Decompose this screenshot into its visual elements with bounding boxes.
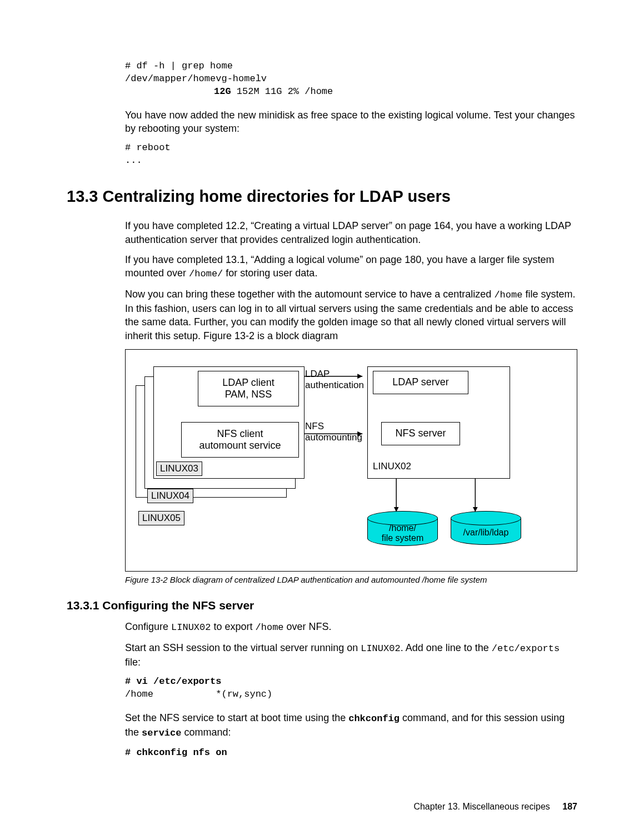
edge-label-nfs: NFS automounting [305,421,362,443]
code-block-df: # df -h | grep home /dev/mapper/homevg-h… [125,60,577,98]
inline-code: /home [494,290,522,300]
paragraph: If you have completed 13.1, “Adding a lo… [125,253,577,281]
label: file system [382,533,424,543]
figure-caption: Figure 13-2 Block diagram of centralized… [125,575,577,584]
code-block-exports: # vi /etc/exports /home *(rw,sync) [125,676,577,701]
text: Now you can bring these together with th… [125,289,494,300]
label: PAM, NSS [198,389,298,400]
text: Configure [125,621,171,632]
figure-diagram: LDAP client PAM, NSS NFS client automoun… [125,349,577,572]
ldap-server-box: LDAP server [373,371,468,394]
host-label-linux02: LINUX02 [373,461,411,472]
code-line: 12G 152M 11G 2% /home [125,86,577,98]
label: LDAP server [373,376,468,388]
inline-code: /home [256,622,284,633]
paragraph: Start an SSH session to the virtual serv… [125,641,577,669]
code-bold: 12G [214,86,231,97]
text: Start an SSH session to the virtual serv… [125,642,361,653]
code-line: # reboot [125,142,577,155]
label: automount service [182,440,298,451]
label: NFS client [182,428,298,440]
text: for storing user data. [223,267,317,279]
ldap-client-box: LDAP client PAM, NSS [198,371,299,406]
label: automounting [305,432,362,443]
inline-code: LINUX02 [361,643,400,654]
paragraph: Configure LINUX02 to export /home over N… [125,620,577,634]
label: NFS [305,421,362,432]
code-line: /dev/mapper/homevg-homelv [125,73,577,86]
page: # df -h | grep home /dev/mapper/homevg-h… [0,0,644,834]
host-label-linux04: LINUX04 [147,489,193,503]
paragraph: You have now added the new minidisk as f… [125,108,577,136]
text: over NFS. [284,621,332,632]
inline-code: /etc/exports [492,643,560,654]
page-footer: Chapter 13. Miscellaneous recipes 187 [413,802,577,812]
code-block-reboot: # reboot ... [125,142,577,167]
code-line: /home *(rw,sync) [125,688,577,701]
text: Set the NFS service to start at boot tim… [125,712,348,723]
chapter-label: Chapter 13. Miscellaneous recipes [413,802,550,811]
text: command: [181,727,231,738]
paragraph: Now you can bring these together with th… [125,287,577,342]
page-number: 187 [562,802,577,811]
edge-label-ldap: LDAP authentication [305,369,364,391]
label: authentication [305,380,364,391]
text: to export [211,621,255,632]
cylinder-ldap: /var/lib/ldap [451,511,520,545]
code-line: # df -h | grep home [125,60,577,73]
text: file: [125,657,141,668]
paragraph: Set the NFS service to start at boot tim… [125,711,577,740]
code-line: ... [125,155,577,167]
label: NFS server [382,428,460,439]
text: . Add one line to the [401,642,492,653]
cylinder-home: /home/ file system [367,511,437,546]
label: /var/lib/ldap [463,528,509,538]
inline-code: LINUX02 [171,622,211,633]
code-rest: 152M 11G 2% /home [231,86,333,97]
label: LDAP [305,369,364,380]
nfs-server-box: NFS server [381,422,460,445]
nfs-client-box: NFS client automount service [181,422,299,458]
code-block-chkconfig: # chkconfig nfs on [125,747,577,759]
section-heading: 13.3 Centralizing home directories for L… [67,187,577,206]
cylinder-top [367,511,438,525]
subsection-heading: 13.3.1 Configuring the NFS server [67,599,577,612]
inline-code: chkconfig [348,713,400,724]
inline-code: service [142,728,181,738]
code-line: # vi /etc/exports [125,676,577,688]
host-label-linux03: LINUX03 [156,461,202,476]
label: LDAP client [198,377,298,389]
inline-code: /home/ [189,269,223,279]
host-label-linux05: LINUX05 [138,511,184,525]
code-line: # chkconfig nfs on [125,747,577,759]
paragraph: If you have completed 12.2, “Creating a … [125,219,577,246]
cylinder-top [451,511,521,525]
